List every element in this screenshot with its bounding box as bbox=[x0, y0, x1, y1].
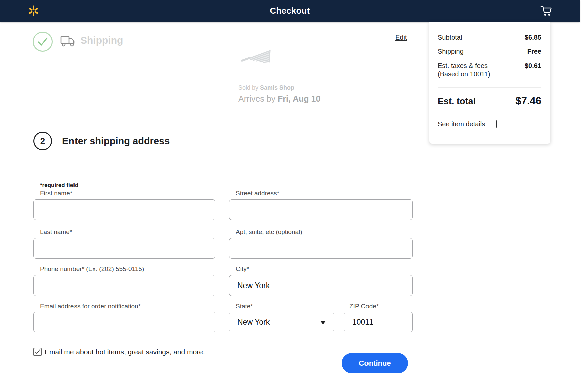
zip-code-link[interactable]: 10011 bbox=[470, 70, 488, 78]
truck-icon bbox=[60, 35, 76, 48]
check-circle-icon bbox=[33, 32, 53, 52]
sold-by-line: Sold by Samis Shop bbox=[238, 84, 294, 91]
subtotal-row: Subtotal $6.85 bbox=[438, 34, 541, 41]
state-selected-value: New York bbox=[237, 318, 270, 327]
continue-button[interactable]: Continue bbox=[342, 353, 408, 373]
arrival-line: Arrives by Fri, Aug 10 bbox=[238, 94, 320, 104]
product-thumbnail bbox=[241, 49, 271, 66]
last-name-input[interactable] bbox=[33, 238, 215, 259]
apt-suite-label: Apt, suite, etc (optional) bbox=[236, 228, 302, 236]
shipping-section-title: Shipping bbox=[80, 35, 123, 46]
shipping-fee-row: Shipping Free bbox=[438, 48, 541, 55]
page-title: Checkout bbox=[0, 6, 580, 16]
order-summary-card: Subtotal $6.85 Shipping Free Est. taxes … bbox=[429, 22, 550, 144]
sold-by-prefix: Sold by bbox=[238, 84, 260, 91]
email-label: Email address for order notification* bbox=[40, 303, 141, 310]
phone-input[interactable] bbox=[33, 275, 215, 296]
seller-name: Samis Shop bbox=[260, 84, 294, 91]
first-name-input[interactable] bbox=[33, 199, 215, 220]
checkbox-checked-icon bbox=[35, 349, 40, 354]
arrival-date: Fri, Aug 10 bbox=[278, 94, 320, 103]
subtotal-label: Subtotal bbox=[438, 34, 462, 41]
plus-icon[interactable] bbox=[493, 120, 501, 128]
taxes-label: Est. taxes & fees bbox=[438, 62, 488, 70]
step-heading: Enter shipping address bbox=[62, 136, 170, 147]
city-input[interactable] bbox=[229, 275, 413, 296]
based-on-text: (Based on 10011) bbox=[438, 70, 490, 78]
subtotal-value: $6.85 bbox=[525, 34, 541, 41]
taxes-value: $0.61 bbox=[525, 62, 541, 70]
state-label: State* bbox=[236, 303, 253, 310]
summary-divider bbox=[438, 87, 541, 88]
city-label: City* bbox=[236, 265, 249, 273]
apt-suite-input[interactable] bbox=[229, 238, 413, 259]
step-number-badge: 2 bbox=[33, 132, 52, 150]
required-field-note: *required field bbox=[40, 182, 78, 189]
street-address-input[interactable] bbox=[229, 199, 413, 220]
based-on-suffix: ) bbox=[488, 70, 490, 78]
based-on-prefix: (Based on bbox=[438, 70, 470, 78]
state-select[interactable]: New York bbox=[229, 312, 334, 332]
email-input[interactable] bbox=[33, 312, 215, 332]
taxes-row: Est. taxes & fees $0.61 bbox=[438, 62, 541, 70]
shipping-fee-value: Free bbox=[527, 48, 541, 55]
caret-down-icon bbox=[320, 321, 326, 324]
walmart-spark-icon[interactable] bbox=[28, 5, 39, 16]
street-address-label: Street address* bbox=[236, 190, 279, 197]
last-name-label: Last name* bbox=[40, 228, 72, 236]
zip-code-input[interactable] bbox=[344, 312, 413, 332]
email-optin-label: Email me about hot items, great savings,… bbox=[45, 348, 205, 356]
total-value: $7.46 bbox=[515, 95, 541, 107]
total-label: Est. total bbox=[438, 96, 476, 107]
phone-label: Phone number* (Ex: (202) 555-0115) bbox=[40, 265, 144, 273]
shipping-fee-label: Shipping bbox=[438, 48, 464, 55]
arrives-prefix: Arrives by bbox=[238, 94, 278, 103]
total-row: Est. total $7.46 bbox=[438, 95, 541, 107]
see-item-details-link[interactable]: See item details bbox=[438, 120, 485, 128]
first-name-label: First name* bbox=[40, 190, 72, 197]
cart-icon[interactable] bbox=[540, 5, 553, 17]
zip-code-label: ZIP Code* bbox=[349, 303, 379, 310]
email-optin-checkbox[interactable] bbox=[33, 348, 42, 356]
checkout-header: Checkout bbox=[0, 0, 580, 22]
based-on-zip-line: (Based on 10011) bbox=[438, 70, 541, 78]
edit-shipping-link[interactable]: Edit bbox=[395, 34, 407, 41]
